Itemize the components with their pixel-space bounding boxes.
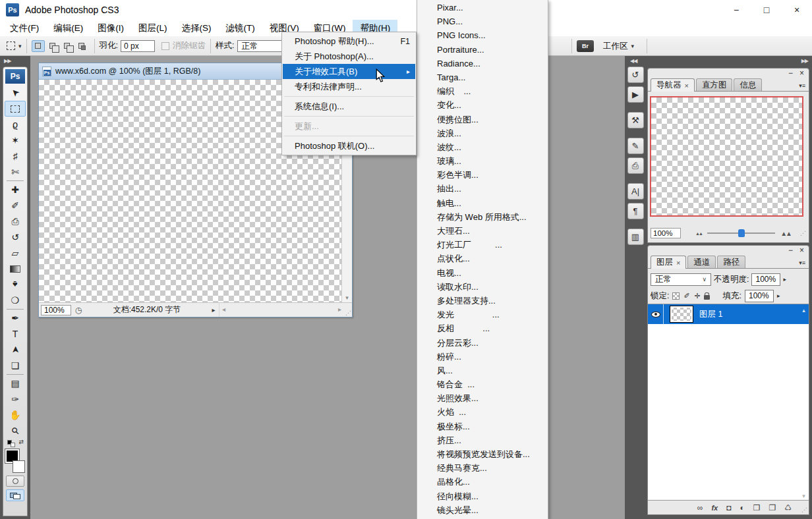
eraser-tool[interactable]: ▱ <box>5 245 26 261</box>
plugin-menu-item-23[interactable]: 反相 ... <box>417 321 548 335</box>
layers-tab-1[interactable]: 通道 <box>687 256 716 268</box>
help-menu-item-0[interactable]: Photoshop 帮助(H)...F1 <box>283 34 415 49</box>
help-menu-item-4[interactable]: 系统信息(I)... <box>283 99 415 114</box>
feather-input[interactable]: 0 px <box>121 40 155 52</box>
panel-menu-icon[interactable]: ▾≡ <box>799 82 805 89</box>
adjustment-layer-icon[interactable]: ◐ <box>740 503 744 512</box>
plugin-menu-item-4[interactable]: Radiance... <box>417 57 548 70</box>
plugin-menu-item-18[interactable]: 点状化... <box>417 252 548 265</box>
fill-field[interactable]: 100% <box>745 290 774 302</box>
resize-grip[interactable]: ⋰ <box>801 506 807 513</box>
help-menu-item-1[interactable]: 关于 Photoshop(A)... <box>283 49 415 64</box>
path-select-tool[interactable]: ➤ <box>5 342 26 358</box>
plugin-menu-item-3[interactable]: Portraiture... <box>417 43 548 57</box>
help-menu-item-5[interactable]: 更新... <box>283 119 415 134</box>
pen-tool[interactable]: ✒ <box>5 310 26 326</box>
menu-item-1[interactable]: 编辑(E) <box>46 20 90 36</box>
plugin-menu-item-14[interactable]: 触电... <box>417 196 548 210</box>
navigator-tab-1[interactable]: 直方图 <box>696 78 733 91</box>
lock-all-icon[interactable] <box>704 295 710 300</box>
menu-item-0[interactable]: 文件(F) <box>3 20 46 36</box>
style-dropdown[interactable]: 正常 <box>237 40 286 52</box>
lock-transparency-icon[interactable] <box>672 292 680 300</box>
link-layers-icon[interactable]: ∞ <box>697 503 703 512</box>
clone-stamp-tool[interactable]: ⎙ <box>5 213 26 229</box>
screen-mode-button[interactable] <box>6 489 24 501</box>
layer-row-selected[interactable]: 图层 1 <box>648 304 809 324</box>
plugin-menu-item-11[interactable]: 玻璃... <box>417 154 548 168</box>
dodge-tool[interactable]: ❍ <box>5 292 26 308</box>
plugin-menu-item-6[interactable]: 编织 ... <box>417 84 548 98</box>
resize-grip[interactable]: ⋰ <box>800 230 806 236</box>
plugin-menu-item-29[interactable]: 火焰 ... <box>417 405 548 419</box>
plugin-menu-item-20[interactable]: 读取水印... <box>417 280 548 294</box>
actions-panel-icon[interactable]: ▶ <box>627 86 644 103</box>
plugin-menu-item-5[interactable]: Targa... <box>417 70 548 84</box>
crop-tool[interactable]: ♯ <box>5 148 26 164</box>
background-color-swatch[interactable] <box>13 460 25 473</box>
history-brush-tool[interactable]: ↺ <box>5 229 26 245</box>
blend-mode-dropdown[interactable]: 正常 ∨ <box>651 273 711 286</box>
scroll-down-icon[interactable]: ▾ <box>342 294 352 301</box>
hand-tool[interactable]: ✋ <box>5 407 26 423</box>
shape-tool[interactable]: ❏ <box>5 358 26 373</box>
add-layer-mask-icon[interactable]: ◘ <box>726 503 731 512</box>
plugin-menu-item-28[interactable]: 光照效果... <box>417 391 548 405</box>
navigator-zoom-field[interactable]: 100% <box>651 228 681 238</box>
menu-item-5[interactable]: 滤镜(T) <box>219 20 262 36</box>
move-tool[interactable]: ➤ <box>5 85 26 101</box>
horizontal-scrollbar[interactable]: ◂ ▸ ⋰ <box>219 303 352 317</box>
plugin-menu-item-8[interactable]: 便携位图... <box>417 113 548 126</box>
plugin-menu-item-21[interactable]: 多处理器支持... <box>417 294 548 308</box>
expand-dock-icon[interactable]: ▶▶ <box>0 56 30 64</box>
character-panel-icon[interactable]: A| <box>627 183 644 200</box>
menu-item-2[interactable]: 图像(I) <box>90 20 131 36</box>
resize-grip[interactable]: ⋰ <box>345 310 351 316</box>
blur-tool[interactable]: ♠ <box>5 277 26 292</box>
navigator-tab-0[interactable]: 导航器× <box>651 78 695 92</box>
zoom-level-field[interactable]: 100% <box>41 305 71 315</box>
brushes-panel-icon[interactable]: ✎ <box>627 138 644 154</box>
plugin-menu-item-22[interactable]: 发光 ... <box>417 308 548 321</box>
plugin-menu-item-7[interactable]: 变化... <box>417 98 548 112</box>
collapse-panels-icon[interactable]: ▶▶ <box>801 58 808 64</box>
close-button[interactable]: × <box>782 0 812 20</box>
plugin-menu-item-15[interactable]: 存储为 Web 所用格式... <box>417 210 548 224</box>
layers-tab-0[interactable]: 图层× <box>651 256 686 269</box>
plugin-menu-item-16[interactable]: 大理石... <box>417 224 548 238</box>
tool-preset-button[interactable]: ▾ <box>7 41 22 50</box>
plugin-menu-item-12[interactable]: 彩色半调... <box>417 168 548 182</box>
plugin-menu-item-30[interactable]: 极坐标... <box>417 420 548 433</box>
minimize-button[interactable]: − <box>721 0 751 20</box>
history-panel-icon[interactable]: ↺ <box>627 67 644 83</box>
opacity-slider-icon[interactable]: ▸ <box>783 276 786 283</box>
plugin-menu-item-35[interactable]: 径向模糊... <box>417 489 548 503</box>
rect-marquee-tool[interactable] <box>5 101 26 117</box>
lock-position-icon[interactable]: ✛ <box>693 292 701 300</box>
notes-tool[interactable]: ▤ <box>5 375 26 391</box>
selection-mode-add-button[interactable] <box>46 40 59 52</box>
plugin-menu-item-26[interactable]: 风... <box>417 364 548 377</box>
layer-style-icon[interactable]: fx <box>711 504 718 512</box>
zoom-in-icon[interactable]: ▲▲ <box>780 230 791 237</box>
panel-close-icon[interactable]: × <box>799 69 804 78</box>
lasso-tool[interactable]: ϱ <box>5 117 26 132</box>
selection-mode-intersect-button[interactable] <box>75 40 88 52</box>
zoom-tool[interactable]: ⚲ <box>5 423 26 439</box>
plugin-menu-item-25[interactable]: 粉碎... <box>417 350 548 364</box>
type-tool[interactable]: T <box>5 326 26 342</box>
navigator-zoom-slider[interactable] <box>707 232 775 234</box>
plugin-menu-item-13[interactable]: 抽出... <box>417 182 548 196</box>
plugin-menu-item-9[interactable]: 波浪... <box>417 126 548 140</box>
plugin-menu-item-36[interactable]: 镜头光晕... <box>417 503 548 517</box>
scroll-right-icon[interactable]: ▸ <box>338 306 341 313</box>
new-layer-icon[interactable]: ❐ <box>768 503 776 512</box>
layers-tab-2[interactable]: 路径 <box>717 256 745 268</box>
layer-thumbnail[interactable] <box>670 306 693 323</box>
panel-minimize-icon[interactable]: − <box>788 69 793 78</box>
clone-source-panel-icon[interactable]: ⎙ <box>627 157 644 174</box>
plugin-menu-item-31[interactable]: 挤压... <box>417 433 548 447</box>
scroll-up-icon[interactable]: ▴ <box>802 307 805 314</box>
help-menu-item-2[interactable]: 关于增效工具(B)▸ <box>283 64 415 79</box>
lock-pixels-icon[interactable]: ✐ <box>683 292 690 300</box>
